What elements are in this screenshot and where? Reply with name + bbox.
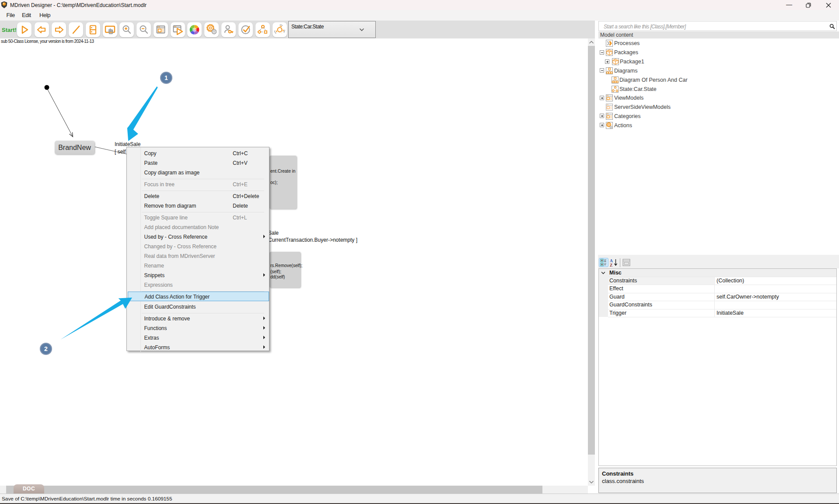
svg-text:A: A [610, 259, 613, 263]
svg-text:1: 1 [164, 74, 168, 81]
svg-text:Z: Z [610, 263, 612, 267]
svg-text:2: 2 [44, 345, 48, 352]
